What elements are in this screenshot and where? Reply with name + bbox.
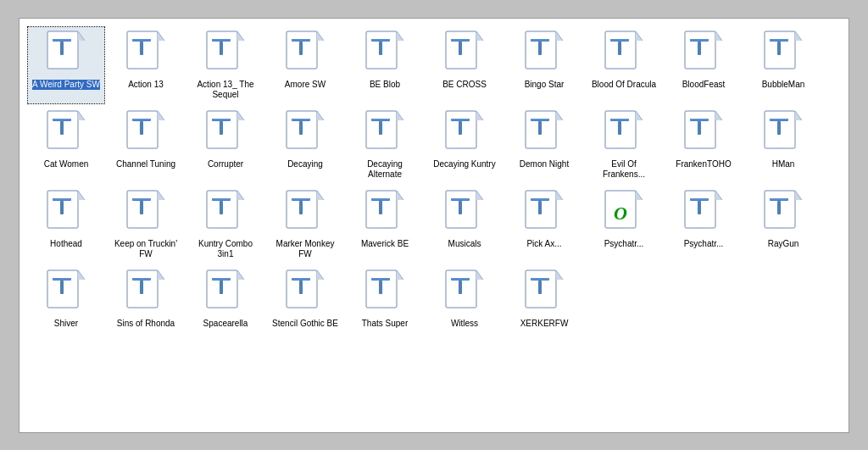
svg-rect-5 xyxy=(60,42,64,55)
font-file-icon xyxy=(285,190,326,239)
icon-label: Bingo Star xyxy=(525,80,565,90)
icon-label: Corrupter xyxy=(208,159,243,169)
svg-rect-12 xyxy=(140,42,143,55)
svg-rect-255 xyxy=(538,281,542,294)
svg-rect-132 xyxy=(690,119,709,120)
font-icon-item-15[interactable]: Decaying Alternate xyxy=(347,107,423,183)
font-icon-item-7[interactable]: Bingo Star xyxy=(506,27,582,103)
font-icon-item-14[interactable]: Decaying xyxy=(267,107,343,183)
svg-rect-160 xyxy=(212,198,231,200)
font-icon-item-4[interactable]: Amore SW xyxy=(267,27,343,103)
font-file-icon xyxy=(46,269,86,319)
icon-label: Stencil Gothic BE xyxy=(272,319,338,329)
font-file-icon xyxy=(125,31,166,80)
svg-rect-90 xyxy=(212,119,231,120)
font-file-icon xyxy=(444,190,485,239)
svg-rect-13 xyxy=(132,39,151,41)
svg-rect-103 xyxy=(379,121,382,135)
font-file-icon xyxy=(125,110,166,159)
font-icon-item-26[interactable]: Musicals xyxy=(426,186,503,263)
svg-rect-248 xyxy=(459,281,462,294)
icon-label: BE Blob xyxy=(370,80,400,90)
font-icon-item-23[interactable]: Kuntry Combo 3in1 xyxy=(187,186,264,263)
font-icon-item-28[interactable]: O Psychatr... xyxy=(586,186,662,263)
svg-rect-131 xyxy=(698,121,701,135)
font-icon-item-5[interactable]: BE Blob xyxy=(347,27,423,103)
font-icon-item-2[interactable]: Action 13 xyxy=(108,27,184,103)
svg-rect-33 xyxy=(379,42,382,55)
font-icon-item-35[interactable]: Thats Super xyxy=(347,266,423,332)
svg-rect-139 xyxy=(770,119,788,120)
font-icon-item-9[interactable]: BloodFeast xyxy=(665,27,742,103)
font-file-icon xyxy=(364,31,405,80)
svg-rect-75 xyxy=(60,121,64,135)
icon-label: HMan xyxy=(772,159,795,169)
svg-rect-19 xyxy=(220,42,223,55)
svg-rect-124 xyxy=(618,121,621,135)
svg-rect-41 xyxy=(451,39,470,41)
icon-label: Psychatr... xyxy=(684,239,724,249)
svg-rect-153 xyxy=(132,198,151,200)
font-file-icon xyxy=(46,31,86,80)
svg-rect-256 xyxy=(531,278,549,280)
icon-label: Demon Night xyxy=(520,159,569,169)
font-icon-item-33[interactable]: Spacearella xyxy=(187,266,264,332)
font-icon-item-31[interactable]: Shiver xyxy=(28,266,104,332)
font-icon-item-21[interactable]: Hothead xyxy=(28,186,104,263)
font-icon-item-36[interactable]: Witless xyxy=(426,266,503,332)
svg-rect-227 xyxy=(220,281,223,294)
svg-rect-235 xyxy=(292,278,310,280)
svg-rect-117 xyxy=(538,121,542,135)
font-icon-item-19[interactable]: FrankenTOHO xyxy=(665,107,742,183)
icon-label: Decaying xyxy=(287,159,323,169)
font-icon-item-22[interactable]: Keep on Truckin' FW xyxy=(108,186,184,263)
font-icon-item-12[interactable]: Channel Tuning xyxy=(108,107,184,183)
svg-rect-125 xyxy=(610,119,629,120)
font-icon-item-32[interactable]: Sins of Rhonda xyxy=(108,266,184,332)
font-file-icon xyxy=(524,190,565,239)
file-explorer-window[interactable]: A Weird Party SW Action 13 Action 13_ Th… xyxy=(19,18,849,433)
font-icon-item-18[interactable]: Evil Of Frankens... xyxy=(586,107,662,183)
svg-rect-27 xyxy=(292,39,310,41)
icon-label: Witless xyxy=(451,319,478,329)
svg-rect-76 xyxy=(53,119,71,120)
font-icon-item-10[interactable]: BubbleMan xyxy=(745,27,821,103)
font-icon-item-24[interactable]: Marker Monkey FW xyxy=(267,186,343,263)
font-icon-item-20[interactable]: HMan xyxy=(745,107,821,183)
font-icon-item-34[interactable]: Stencil Gothic BE xyxy=(267,266,343,332)
icon-label: Shiver xyxy=(54,319,78,329)
font-file-icon xyxy=(604,110,644,159)
svg-rect-220 xyxy=(140,281,143,294)
font-icon-item-13[interactable]: Corrupter xyxy=(187,107,264,183)
font-icon-item-3[interactable]: Action 13_ The Sequel xyxy=(187,27,264,103)
icon-label: Psychatr... xyxy=(604,239,644,249)
font-icon-item-25[interactable]: Maverick BE xyxy=(347,186,423,263)
icon-label: XERKERFW xyxy=(520,319,569,329)
icon-label: Cat Women xyxy=(44,159,89,169)
font-icon-item-29[interactable]: Psychatr... xyxy=(665,186,742,263)
svg-rect-40 xyxy=(459,42,462,55)
icon-label: Decaying Alternate xyxy=(350,159,420,180)
font-file-icon xyxy=(604,31,644,80)
font-icon-item-6[interactable]: BE CROSS xyxy=(426,27,503,103)
font-icon-item-30[interactable]: RayGun xyxy=(745,186,821,263)
svg-rect-174 xyxy=(371,198,390,200)
svg-rect-82 xyxy=(140,121,143,135)
svg-rect-34 xyxy=(371,39,390,41)
font-file-icon xyxy=(205,190,246,239)
icon-label: Kuntry Combo 3in1 xyxy=(191,239,260,259)
font-icon-item-37[interactable]: XERKERFW xyxy=(506,266,582,332)
font-icon-item-16[interactable]: Decaying Kuntry xyxy=(426,107,503,183)
font-file-icon xyxy=(683,190,724,239)
font-icon-item-8[interactable]: Blood Of Dracula xyxy=(586,27,662,103)
svg-rect-118 xyxy=(531,119,549,120)
icon-label: Sins of Rhonda xyxy=(117,319,175,329)
font-icon-item-11[interactable]: Cat Women xyxy=(28,107,104,183)
font-icon-item-27[interactable]: Pick Ax... xyxy=(506,186,582,263)
svg-rect-187 xyxy=(538,201,542,214)
font-icon-item-1[interactable]: A Weird Party SW xyxy=(28,27,104,103)
font-icon-item-17[interactable]: Demon Night xyxy=(506,107,582,183)
font-file-icon xyxy=(125,269,166,319)
font-file-icon xyxy=(205,31,246,80)
font-file-icon xyxy=(285,110,326,159)
